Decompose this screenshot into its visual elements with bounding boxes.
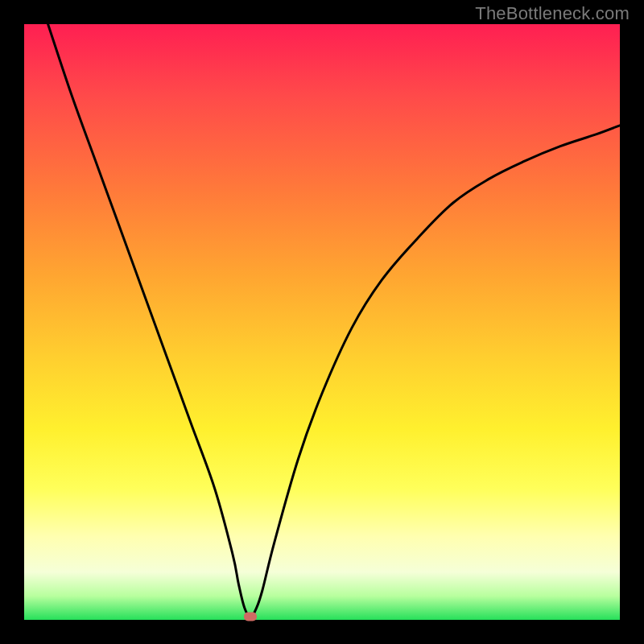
minimum-marker	[244, 613, 257, 621]
watermark-text: TheBottleneck.com	[475, 3, 630, 24]
bottleneck-curve	[48, 24, 620, 617]
curve-layer	[24, 24, 620, 620]
plot-area	[24, 24, 620, 620]
chart-frame: TheBottleneck.com	[0, 0, 644, 644]
